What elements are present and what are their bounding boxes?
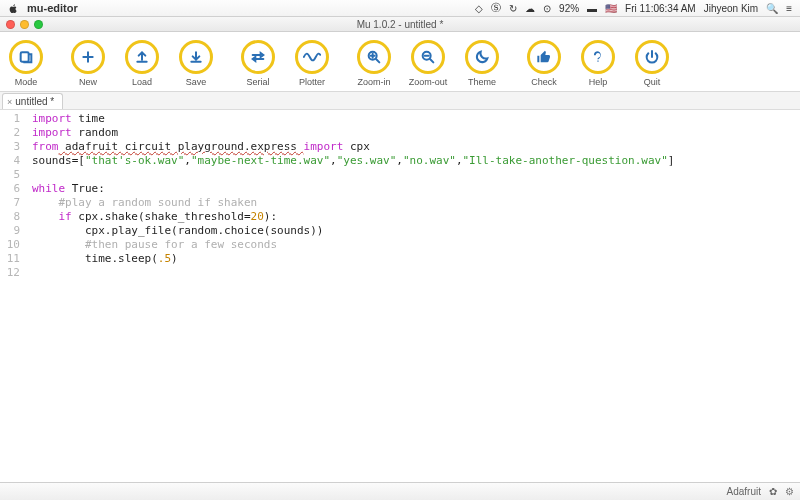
code-content[interactable]: import time import random from adafruit … [26, 110, 800, 482]
tab-untitled[interactable]: × untitled * [2, 93, 63, 109]
status-bar: Adafruit ✿ ⚙ [0, 482, 800, 500]
help-label: Help [589, 77, 608, 87]
download-icon [179, 40, 213, 74]
macos-menubar: mu-editor ◇ Ⓢ ↻ ☁ ⊙ 92% ▬ 🇺🇸 Fri 11:06:3… [0, 0, 800, 17]
zoom-out-label: Zoom-out [409, 77, 448, 87]
zoom-out-icon [411, 40, 445, 74]
upload-icon [125, 40, 159, 74]
clock: Fri 11:06:34 AM [625, 3, 696, 14]
dropbox-icon[interactable]: ◇ [475, 3, 483, 14]
theme-label: Theme [468, 77, 496, 87]
moon-icon [465, 40, 499, 74]
help-button[interactable]: Help [578, 40, 618, 87]
battery-icon: ▬ [587, 3, 597, 14]
load-button[interactable]: Load [122, 40, 162, 87]
wifi-icon[interactable]: ⊙ [543, 3, 551, 14]
close-tab-icon[interactable]: × [7, 97, 12, 107]
minimize-window-button[interactable] [20, 20, 29, 29]
adafruit-logo-icon: ✿ [769, 486, 777, 497]
quit-label: Quit [644, 77, 661, 87]
save-label: Save [186, 77, 207, 87]
zoom-out-button[interactable]: Zoom-out [408, 40, 448, 87]
mode-button[interactable]: Mode [6, 40, 46, 87]
status-brand: Adafruit [727, 486, 761, 497]
line-gutter: 123456789101112 [0, 110, 26, 482]
mode-icon [9, 40, 43, 74]
tab-label: untitled * [15, 96, 54, 107]
plotter-icon [295, 40, 329, 74]
battery-percent: 92% [559, 3, 579, 14]
new-label: New [79, 77, 97, 87]
power-icon [635, 40, 669, 74]
serial-icon [241, 40, 275, 74]
zoom-window-button[interactable] [34, 20, 43, 29]
traffic-lights [6, 20, 43, 29]
quit-button[interactable]: Quit [632, 40, 672, 87]
app-menu-title[interactable]: mu-editor [27, 2, 78, 14]
spotlight-icon[interactable]: 🔍 [766, 3, 778, 14]
plus-icon [71, 40, 105, 74]
settings-gear-icon[interactable]: ⚙ [785, 486, 794, 497]
window-titlebar: Mu 1.0.2 - untitled * [0, 17, 800, 32]
cloud-icon[interactable]: ☁ [525, 3, 535, 14]
svg-rect-0 [21, 52, 29, 61]
close-window-button[interactable] [6, 20, 15, 29]
mode-label: Mode [15, 77, 38, 87]
flag-icon[interactable]: 🇺🇸 [605, 3, 617, 14]
skype-icon[interactable]: Ⓢ [491, 1, 501, 15]
new-button[interactable]: New [68, 40, 108, 87]
window-title: Mu 1.0.2 - untitled * [357, 19, 444, 30]
menubar-status-area: ◇ Ⓢ ↻ ☁ ⊙ 92% ▬ 🇺🇸 Fri 11:06:34 AM Jihye… [475, 1, 792, 15]
check-label: Check [531, 77, 557, 87]
save-button[interactable]: Save [176, 40, 216, 87]
sync-icon[interactable]: ↻ [509, 3, 517, 14]
user-name[interactable]: Jihyeon Kim [704, 3, 758, 14]
code-editor[interactable]: 123456789101112 import time import rando… [0, 110, 800, 482]
serial-label: Serial [246, 77, 269, 87]
zoom-in-label: Zoom-in [357, 77, 390, 87]
serial-button[interactable]: Serial [238, 40, 278, 87]
question-icon [581, 40, 615, 74]
tab-bar: × untitled * [0, 92, 800, 110]
theme-button[interactable]: Theme [462, 40, 502, 87]
toolbar: Mode New Load Save Serial Plotter Zoom-i… [0, 32, 800, 92]
zoom-in-button[interactable]: Zoom-in [354, 40, 394, 87]
apple-icon[interactable] [8, 3, 19, 14]
plotter-button[interactable]: Plotter [292, 40, 332, 87]
check-button[interactable]: Check [524, 40, 564, 87]
thumbs-up-icon [527, 40, 561, 74]
zoom-in-icon [357, 40, 391, 74]
plotter-label: Plotter [299, 77, 325, 87]
load-label: Load [132, 77, 152, 87]
notification-icon[interactable]: ≡ [786, 3, 792, 14]
